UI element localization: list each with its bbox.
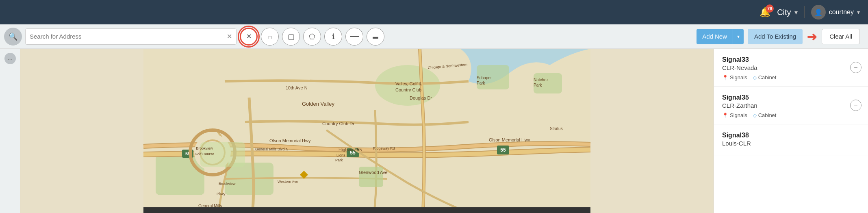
- main-area: ︿ 55 55 55: [0, 49, 868, 213]
- svg-text:Ridgeway Rd: Ridgeway Rd: [373, 146, 395, 150]
- add-new-label: Add New: [697, 33, 733, 40]
- square-icon: ▢: [288, 32, 295, 41]
- signals-dot-icon: 📍: [722, 75, 728, 80]
- svg-text:Country Club: Country Club: [395, 87, 421, 92]
- search-input[interactable]: [30, 33, 227, 40]
- signal-tag-signals: 📍 Signals: [722, 74, 747, 80]
- right-arrow-icon: ➜: [807, 29, 818, 44]
- user-chevron-icon: ▾: [857, 9, 860, 15]
- svg-text:Brookview: Brookview: [196, 146, 213, 150]
- remove-signal-button[interactable]: −: [850, 100, 861, 111]
- svg-text:Western Ave: Western Ave: [278, 180, 298, 184]
- info-icon: ℹ: [332, 32, 335, 41]
- info-tool-button[interactable]: ℹ: [324, 28, 342, 46]
- signal-item: Signal35 CLR-Zarthan 📍 Signals ◇ Cabinet…: [714, 87, 868, 124]
- svg-text:Golf Course: Golf Course: [195, 152, 214, 156]
- add-new-dropdown-icon: ▾: [733, 34, 744, 39]
- pentagon-tool-button[interactable]: ⬠: [303, 28, 321, 46]
- svg-text:55: 55: [500, 147, 506, 153]
- signals-label: Signals: [730, 112, 747, 118]
- signal-item: Signal38 Louis-CLR: [714, 124, 868, 156]
- map-svg: 55 55 55: [20, 49, 714, 213]
- search-clear-button[interactable]: ✕: [227, 33, 232, 40]
- rect-tool-button[interactable]: ▬: [367, 28, 384, 46]
- signal-tags: 📍 Signals ◇ Cabinet: [722, 74, 860, 80]
- svg-text:Olson  Memorial  Hwy: Olson Memorial Hwy: [269, 138, 311, 143]
- right-panel: Signal33 CLR-Nevada 📍 Signals ◇ Cabinet …: [714, 49, 868, 213]
- sidebar-toggle-button[interactable]: ︿: [4, 53, 16, 64]
- search-icon: 🔍: [9, 32, 17, 41]
- signal-sub: CLR-Zarthan: [722, 102, 860, 109]
- svg-text:Stratus: Stratus: [550, 126, 563, 131]
- cabinet-diamond-icon: ◇: [753, 75, 757, 80]
- node-icon: ⑃: [268, 32, 272, 41]
- sidebar: ︿: [0, 49, 20, 213]
- signal-sub: Louis-CLR: [722, 140, 860, 147]
- notification-badge: 78: [766, 4, 774, 13]
- signal-name: Signal38: [722, 132, 860, 139]
- city-label: City: [777, 8, 791, 17]
- username-label: courtney: [829, 9, 854, 16]
- svg-text:Park: Park: [335, 158, 343, 162]
- signal-tag-cabinet: ◇ Cabinet: [753, 74, 777, 80]
- nav-right: 🔔 78 City ▾ 👤 courtney ▾: [760, 5, 860, 20]
- svg-text:Olson Memorial Hwy: Olson Memorial Hwy: [489, 137, 530, 142]
- top-nav: 🔔 78 City ▾ 👤 courtney ▾: [0, 0, 868, 24]
- signals-label: Signals: [730, 74, 747, 80]
- svg-text:Valley, Golf &: Valley, Golf &: [395, 81, 422, 86]
- svg-text:Highway 55: Highway 55: [339, 147, 362, 152]
- svg-text:10th Ave N: 10th Ave N: [286, 85, 308, 90]
- cabinet-label: Cabinet: [758, 74, 777, 80]
- svg-text:General Mills Blvd N: General Mills Blvd N: [255, 147, 289, 151]
- remove-signal-button[interactable]: −: [850, 62, 861, 73]
- svg-rect-44: [143, 207, 590, 213]
- add-new-button[interactable]: Add New ▾: [697, 29, 744, 44]
- signal-tags: 📍 Signals ◇ Cabinet: [722, 112, 860, 118]
- city-chevron-icon: ▾: [794, 9, 798, 16]
- svg-text:Park: Park: [477, 81, 486, 85]
- add-to-existing-button[interactable]: Add To Existing: [748, 29, 803, 44]
- svg-text:Golden Valley: Golden Valley: [302, 101, 334, 107]
- collapse-icon: ︿: [8, 55, 13, 62]
- square-tool-button[interactable]: ▢: [282, 28, 300, 46]
- arrow-indicator: ➜: [807, 29, 818, 44]
- close-x-icon: ✕: [246, 33, 252, 40]
- search-input-wrap: ✕: [25, 28, 237, 45]
- right-toolbar: Add New ▾ Add To Existing ➜ Clear All: [697, 29, 864, 44]
- ruler-tool-button[interactable]: ━━━: [345, 28, 363, 46]
- ruler-icon: ━━━: [350, 34, 359, 39]
- clear-all-label: Clear All: [829, 33, 852, 40]
- svg-text:Park: Park: [534, 83, 542, 87]
- svg-text:Natchez: Natchez: [534, 78, 549, 82]
- signal-name: Signal33: [722, 56, 860, 63]
- cabinet-diamond-icon: ◇: [753, 113, 757, 118]
- cabinet-label: Cabinet: [758, 112, 777, 118]
- signal-tag-signals: 📍 Signals: [722, 112, 747, 118]
- map-area[interactable]: 55 55 55: [20, 49, 714, 213]
- svg-text:Brookview: Brookview: [219, 182, 236, 186]
- nav-divider: [804, 6, 805, 18]
- svg-text:Country Club Dr: Country Club Dr: [322, 121, 354, 126]
- toolbar-row: 🔍 ✕ ✕ ⑃ ▢ ⬠ ℹ ━━━ ▬ Add New ▾ Add To Exi…: [0, 24, 868, 49]
- signal-name: Signal35: [722, 94, 860, 101]
- svg-text:Pkwy: Pkwy: [217, 192, 226, 196]
- rect-icon: ▬: [373, 33, 378, 40]
- svg-text:Lions: Lions: [336, 153, 345, 157]
- close-tool-button[interactable]: ✕: [240, 28, 258, 46]
- search-button[interactable]: 🔍: [4, 28, 22, 46]
- svg-text:Schaper: Schaper: [477, 76, 492, 80]
- avatar-icon: 👤: [814, 9, 822, 16]
- signal-sub: CLR-Nevada: [722, 64, 860, 71]
- signal-item: Signal33 CLR-Nevada 📍 Signals ◇ Cabinet …: [714, 49, 868, 87]
- user-menu[interactable]: 👤 courtney ▾: [811, 5, 860, 20]
- notification-bell[interactable]: 🔔 78: [760, 7, 770, 17]
- signal-tag-cabinet: ◇ Cabinet: [753, 112, 777, 118]
- user-avatar: 👤: [811, 5, 826, 20]
- city-selector[interactable]: City ▾: [777, 8, 797, 17]
- svg-text:Douglas Dr: Douglas Dr: [410, 96, 432, 100]
- signals-dot-icon: 📍: [722, 113, 728, 118]
- svg-text:Glenwood Ave: Glenwood Ave: [359, 170, 388, 175]
- clear-all-button[interactable]: Clear All: [822, 29, 860, 44]
- pentagon-icon: ⬠: [309, 32, 315, 41]
- node-tool-button[interactable]: ⑃: [261, 28, 279, 46]
